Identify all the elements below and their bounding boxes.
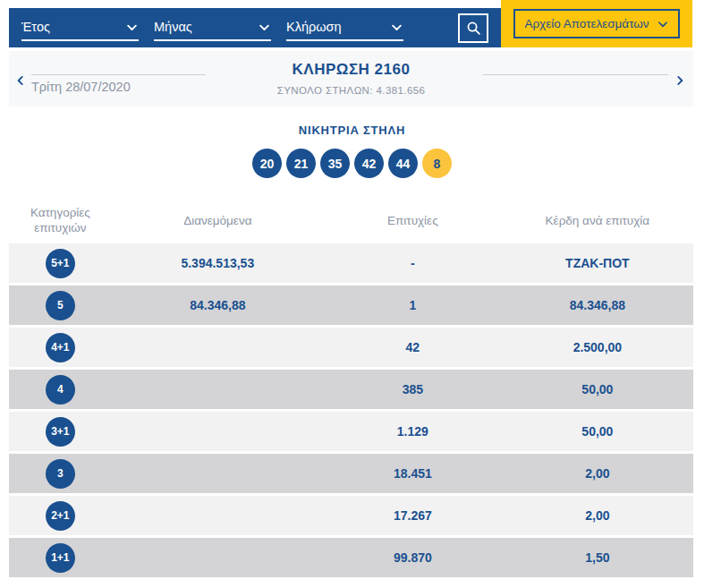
search-button[interactable] — [458, 13, 488, 43]
archive-results-button[interactable]: Αρχείο Αποτελεσμάτων — [513, 9, 679, 38]
joker-number-ball: 8 — [422, 149, 452, 178]
prize-per-winner: 2,00 — [502, 454, 693, 493]
total-columns-label: ΣΥΝΟΛΟ ΣΤΗΛΩΝ: 4.381.656 — [9, 85, 693, 96]
distributed-amount — [112, 454, 324, 493]
winning-number-ball: 44 — [388, 149, 418, 178]
table-row: 5+1 5.394.513,53 - ΤΖΑΚ-ΠΟΤ — [9, 243, 693, 283]
draw-dropdown-label: Κλήρωση — [286, 20, 342, 34]
chevron-down-icon — [125, 21, 139, 34]
table-row: 4 385 50,00 — [9, 370, 693, 409]
archive-results-label: Αρχείο Αποτελεσμάτων — [524, 17, 649, 30]
winners-count: 42 — [324, 328, 502, 367]
table-row: 3 18.451 2,00 — [9, 454, 693, 493]
distributed-amount — [112, 496, 324, 535]
joker-results-page: Έτος Μήνας Κλήρωση Αρχείο Αποτελεσμάτων … — [0, 0, 704, 588]
results-table: Κατηγορίες επιτυχιών Διανεμόμενα Επιτυχί… — [9, 199, 693, 580]
header-distributed: Διανεμόμενα — [112, 199, 324, 243]
header-categories: Κατηγορίες επιτυχιών — [9, 199, 112, 243]
chevron-down-icon — [657, 18, 669, 30]
distributed-amount: 84.346,88 — [112, 285, 324, 325]
month-dropdown[interactable]: Μήνας — [154, 14, 271, 41]
next-underline — [483, 74, 668, 75]
category-badge: 5+1 — [46, 249, 75, 278]
header-winners: Επιτυχίες — [324, 199, 502, 243]
winning-column-title: ΝΙΚΗΤΡΙΑ ΣΤΗΛΗ — [0, 124, 704, 137]
draw-title: ΚΛΗΡΩΣΗ 2160 — [9, 61, 693, 79]
prize-per-winner: 1,50 — [502, 538, 693, 577]
distributed-amount — [112, 328, 324, 367]
winners-count: 99.870 — [324, 538, 502, 577]
category-badge: 2+1 — [46, 501, 75, 531]
table-row: 2+1 17.267 2,00 — [9, 496, 693, 535]
winning-numbers: 20 21 35 42 44 8 — [0, 149, 704, 178]
prize-per-winner: 50,00 — [502, 412, 693, 451]
winners-count: 1.129 — [324, 412, 502, 451]
winners-count: 18.451 — [324, 454, 502, 493]
winners-count: 385 — [324, 370, 502, 409]
winning-number-ball: 21 — [286, 149, 316, 178]
year-dropdown[interactable]: Έτος — [21, 14, 139, 41]
distributed-amount — [112, 538, 324, 577]
category-badge: 5 — [46, 291, 75, 320]
winners-count: 17.267 — [324, 496, 502, 535]
winning-number-ball: 20 — [252, 149, 282, 178]
table-row: 4+1 42 2.500,00 — [9, 328, 693, 367]
archive-panel: Αρχείο Αποτελεσμάτων — [501, 0, 692, 47]
table-body: 5+1 5.394.513,53 - ΤΖΑΚ-ΠΟΤ 5 84.346,88 … — [9, 243, 693, 577]
search-filter-bar: Έτος Μήνας Κλήρωση — [9, 8, 501, 47]
category-badge: 3 — [46, 459, 75, 489]
search-icon — [466, 21, 481, 36]
category-badge: 3+1 — [46, 417, 75, 447]
year-dropdown-label: Έτος — [21, 20, 50, 34]
distributed-amount: 5.394.513,53 — [112, 243, 324, 283]
draw-dropdown[interactable]: Κλήρωση — [286, 14, 403, 41]
distributed-amount — [112, 370, 324, 409]
prize-per-winner: 2.500,00 — [502, 328, 693, 367]
category-badge: 4+1 — [46, 333, 75, 362]
prize-per-winner: 50,00 — [502, 370, 693, 409]
table-row: 1+1 99.870 1,50 — [9, 538, 693, 577]
category-badge: 4 — [46, 375, 75, 405]
category-badge: 1+1 — [46, 543, 75, 573]
next-draw-button[interactable] — [674, 74, 686, 87]
prize-per-winner: 2,00 — [502, 496, 693, 535]
winning-number-ball: 42 — [354, 149, 384, 178]
winners-count: - — [324, 243, 502, 283]
winning-column-section: ΝΙΚΗΤΡΙΑ ΣΤΗΛΗ 20 21 35 42 44 8 — [0, 124, 704, 178]
chevron-down-icon — [390, 21, 403, 34]
table-row: 5 84.346,88 1 84.346,88 — [9, 285, 693, 325]
chevron-down-icon — [258, 21, 271, 34]
prize-per-winner: ΤΖΑΚ-ΠΟΤ — [502, 243, 693, 283]
distributed-amount — [112, 412, 324, 451]
winning-number-ball: 35 — [320, 149, 350, 178]
table-row: 3+1 1.129 50,00 — [9, 412, 693, 451]
month-dropdown-label: Μήνας — [154, 20, 192, 34]
table-header-row: Κατηγορίες επιτυχιών Διανεμόμενα Επιτυχί… — [9, 199, 693, 243]
draw-navigation: Τρίτη 28/07/2020 ΚΛΗΡΩΣΗ 2160 ΣΥΝΟΛΟ ΣΤΗ… — [9, 51, 693, 107]
winners-count: 1 — [324, 285, 502, 325]
prize-per-winner: 84.346,88 — [502, 285, 693, 325]
header-prize: Κέρδη ανά επιτυχία — [502, 199, 693, 243]
